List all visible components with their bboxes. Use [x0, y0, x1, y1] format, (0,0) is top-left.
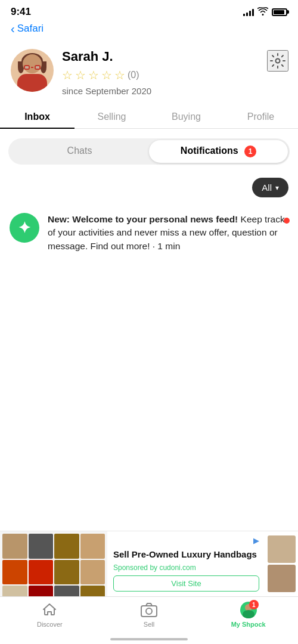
- notifications-toggle[interactable]: Notifications 1: [149, 140, 288, 163]
- home-indicator: [110, 638, 188, 640]
- svg-point-2: [146, 608, 152, 614]
- settings-icon: [269, 52, 286, 69]
- svg-rect-1: [141, 606, 157, 617]
- filter-button[interactable]: All ▾: [252, 178, 288, 197]
- ad-image: [29, 534, 54, 559]
- star-1: ☆: [62, 68, 73, 82]
- home-icon: [41, 602, 58, 618]
- profile-nav-icon: 1: [240, 602, 257, 618]
- star-3: ☆: [88, 68, 99, 82]
- safari-back-label: Safari: [17, 23, 44, 35]
- rating-row: ☆ ☆ ☆ ☆ ☆ (0): [62, 68, 287, 82]
- star-4: ☆: [101, 68, 112, 82]
- glasses-left-lens: [24, 65, 30, 70]
- rating-count: (0): [128, 70, 139, 80]
- ad-image: [2, 586, 27, 596]
- chats-toggle[interactable]: Chats: [10, 140, 149, 163]
- ad-image: [54, 560, 79, 585]
- avatar-glasses: [24, 65, 41, 70]
- filter-label: All: [262, 182, 272, 193]
- ad-top-row: ▶: [113, 536, 259, 545]
- bottom-nav: Discover Sell 1 My Shpock: [0, 596, 298, 644]
- inbox-toggle: Chats Notifications 1: [8, 138, 290, 165]
- ad-banner: ▶ Sell Pre-Owned Luxury Handbags Sponsor…: [0, 531, 298, 596]
- member-since: since September 2020: [62, 86, 287, 96]
- nav-my-shpock-label: My Shpock: [231, 621, 266, 628]
- svg-point-0: [276, 59, 280, 63]
- star-5: ☆: [114, 68, 125, 82]
- glasses-bridge: [31, 67, 33, 68]
- notifications-label: Notifications: [181, 145, 238, 156]
- tab-profile[interactable]: Profile: [224, 104, 298, 128]
- camera-icon: [141, 602, 157, 618]
- avatar-body: [17, 74, 47, 92]
- safari-back-button[interactable]: ‹ Safari: [11, 23, 287, 35]
- profile-info: Sarah J. ☆ ☆ ☆ ☆ ☆ (0) since September 2…: [54, 49, 287, 96]
- ad-image: [80, 534, 105, 559]
- tab-bar: Inbox Selling Buying Profile: [0, 104, 298, 129]
- ad-image: [54, 534, 79, 559]
- ad-images-grid: [0, 531, 107, 596]
- profile-name: Sarah J.: [62, 49, 287, 64]
- notification-content: New: Welcome to your personal news feed!…: [48, 213, 288, 253]
- glasses-right-lens: [35, 65, 41, 70]
- nav-discover[interactable]: Discover: [0, 602, 100, 628]
- status-icons: [243, 7, 287, 17]
- avatar: [11, 49, 54, 92]
- notification-icon: ✦: [10, 213, 39, 243]
- ad-title: Sell Pre-Owned Luxury Handbags: [113, 549, 259, 561]
- ad-info-icon: ▶: [253, 536, 259, 545]
- filter-row: All ▾: [0, 174, 298, 203]
- ad-image: [29, 586, 54, 596]
- ad-image: [2, 534, 27, 559]
- chevron-down-icon: ▾: [275, 184, 279, 192]
- ad-visit-button[interactable]: Visit Site: [113, 575, 259, 592]
- ad-sponsor-name: cudoni.com: [159, 564, 195, 572]
- notification-title: New: Welcome to your personal news feed!: [48, 214, 238, 224]
- ad-sponsor: Sponsored by cudoni.com: [113, 564, 259, 572]
- back-arrow-icon: ‹: [11, 23, 15, 35]
- notification-time: 1 min: [157, 241, 180, 251]
- ad-right-image-2: [268, 565, 296, 592]
- nav-discover-label: Discover: [37, 621, 63, 628]
- tab-inbox[interactable]: Inbox: [0, 104, 74, 128]
- signal-icon: [243, 8, 254, 16]
- unread-dot: [284, 218, 290, 224]
- chats-label: Chats: [67, 145, 92, 156]
- sparkle-icon: ✦: [18, 219, 31, 237]
- status-bar: 9:41: [0, 0, 298, 21]
- notification-text: New: Welcome to your personal news feed!…: [48, 213, 288, 253]
- ad-image: [2, 560, 27, 585]
- avatar-head: [23, 54, 42, 73]
- ad-image: [80, 560, 105, 585]
- tab-selling[interactable]: Selling: [74, 104, 149, 128]
- settings-button[interactable]: [267, 50, 288, 72]
- ad-image: [29, 560, 54, 585]
- ad-content: ▶ Sell Pre-Owned Luxury Handbags Sponsor…: [107, 531, 265, 596]
- nav-badge: 1: [249, 600, 259, 609]
- profile-header: Sarah J. ☆ ☆ ☆ ☆ ☆ (0) since September 2…: [0, 41, 298, 104]
- ad-right-image-1: [268, 535, 296, 563]
- nav-sell-label: Sell: [144, 621, 154, 628]
- ad-image: [80, 586, 105, 596]
- notification-item[interactable]: ✦ New: Welcome to your personal news fee…: [0, 203, 298, 262]
- status-time: 9:41: [11, 6, 31, 18]
- star-2: ☆: [75, 68, 86, 82]
- nav-sell[interactable]: Sell: [100, 602, 199, 628]
- nav-my-shpock[interactable]: 1 My Shpock: [198, 602, 298, 628]
- notifications-badge: 1: [244, 145, 256, 157]
- battery-icon: [272, 8, 287, 16]
- wifi-icon: [257, 7, 268, 17]
- tab-buying[interactable]: Buying: [149, 104, 224, 128]
- ad-right-images: [265, 531, 298, 596]
- ad-image: [54, 586, 79, 596]
- safari-nav[interactable]: ‹ Safari: [0, 21, 298, 41]
